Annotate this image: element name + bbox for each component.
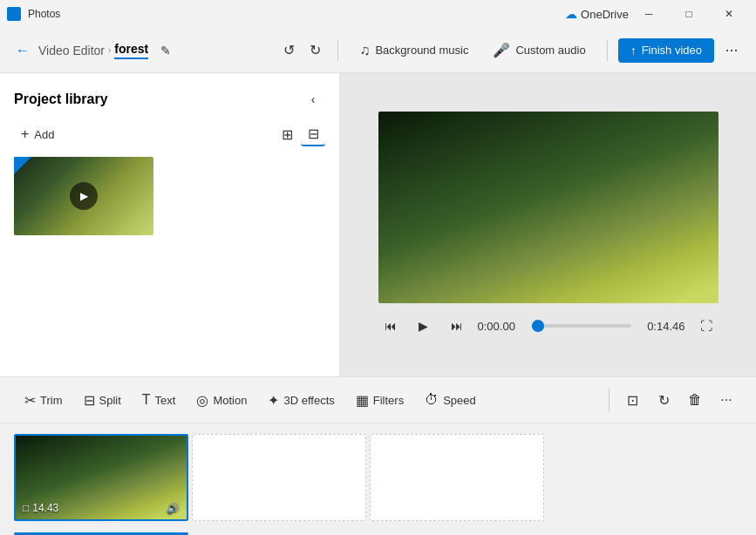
- video-controls: ⏮ ▶ ⏭ 0:00.00 0:14.46 ⛶: [378, 314, 719, 338]
- filters-icon: ▦: [356, 392, 369, 409]
- duration-value: 14.43: [32, 502, 58, 514]
- filters-tool[interactable]: ▦ Filters: [345, 387, 414, 414]
- back-button[interactable]: ←: [10, 38, 35, 63]
- clip-duration: □ 14.43: [23, 502, 58, 514]
- project-library-panel: Project library ‹ + Add ⊞ ⊟ ▶: [0, 73, 340, 376]
- panel-header: Project library ‹: [14, 87, 325, 112]
- video-preview: [378, 112, 719, 303]
- trim-tool[interactable]: ✂ Trim: [14, 387, 73, 414]
- toolbar-actions: ♫ Background music 🎤 Custom audio ↑ Fini…: [349, 37, 746, 64]
- add-icon: +: [21, 126, 29, 142]
- audio-icon: 🎤: [493, 42, 510, 58]
- split-label: Split: [99, 394, 121, 407]
- trim-label: Trim: [40, 394, 63, 407]
- custom-audio-button[interactable]: 🎤 Custom audio: [482, 37, 596, 64]
- export-icon: ↑: [630, 44, 637, 58]
- motion-tool[interactable]: ◎ Motion: [186, 387, 257, 414]
- effects-label: 3D effects: [283, 394, 334, 407]
- panel-title: Project library: [14, 91, 108, 107]
- finish-video-label: Finish video: [642, 44, 702, 57]
- edit-more-button[interactable]: ···: [711, 384, 742, 416]
- speed-icon: ⏱: [425, 392, 439, 408]
- progress-bar[interactable]: [532, 324, 631, 328]
- rename-button[interactable]: ✎: [155, 40, 176, 61]
- progress-thumb[interactable]: [532, 320, 544, 332]
- preview-panel: ⏮ ▶ ⏭ 0:00.00 0:14.46 ⛶: [340, 73, 756, 376]
- total-time: 0:14.46: [640, 320, 685, 333]
- trim-icon: ✂: [24, 392, 36, 409]
- speed-tool[interactable]: ⏱ Speed: [414, 387, 487, 413]
- edit-separator: [609, 388, 610, 412]
- onedrive-icon: ☁: [565, 7, 577, 21]
- close-button[interactable]: ✕: [709, 0, 749, 28]
- toolbar: ← Video Editor › forest ✎ ↺ ↻ ♫ Backgrou…: [0, 28, 756, 73]
- timeline-empty-slot-2: [370, 434, 544, 521]
- timeline: □ 14.43 🔊: [0, 423, 756, 535]
- onedrive-indicator: ☁ OneDrive: [565, 7, 629, 21]
- motion-label: Motion: [213, 394, 247, 407]
- timeline-empty-slot-1: [192, 434, 366, 521]
- clip-icon: □: [23, 502, 29, 514]
- grid-view-button[interactable]: ⊞: [275, 122, 299, 146]
- maximize-button[interactable]: □: [669, 0, 709, 28]
- collapse-panel-button[interactable]: ‹: [301, 87, 325, 112]
- view-toggle-group: ⊞ ⊟: [275, 122, 325, 146]
- minimize-button[interactable]: ─: [629, 0, 669, 28]
- breadcrumb-separator: ›: [108, 45, 111, 55]
- play-overlay[interactable]: ▶: [70, 182, 98, 210]
- edit-toolbar-right: ⊡ ↻ 🗑 ···: [602, 384, 742, 416]
- effects-tool[interactable]: ✦ 3D effects: [257, 387, 344, 414]
- step-forward-button[interactable]: ⏭: [445, 314, 469, 338]
- title-bar-left: Photos: [7, 7, 60, 21]
- current-time: 0:00.00: [478, 320, 523, 333]
- title-bar-controls: ☁ OneDrive ─ □ ✕: [565, 0, 749, 28]
- list-view-button[interactable]: ⊟: [301, 122, 325, 146]
- add-label: Add: [34, 128, 54, 141]
- step-back-button[interactable]: ⏮: [378, 314, 403, 338]
- clip-audio-icon: 🔊: [167, 502, 180, 514]
- edit-toolbar: ✂ Trim ⊟ Split T Text ◎ Motion ✦ 3D effe…: [0, 376, 756, 423]
- delete-button[interactable]: 🗑: [679, 384, 711, 416]
- add-media-button[interactable]: + Add: [14, 123, 61, 146]
- app-name: Photos: [28, 8, 60, 20]
- fullscreen-button[interactable]: ⛶: [694, 314, 719, 338]
- text-tool[interactable]: T Text: [132, 387, 187, 413]
- breadcrumb: Video Editor › forest: [38, 42, 148, 59]
- background-music-label: Background music: [375, 44, 468, 57]
- background-music-button[interactable]: ♫ Background music: [349, 37, 479, 64]
- speed-label: Speed: [443, 394, 476, 407]
- motion-icon: ◎: [196, 392, 208, 409]
- main-area: Project library ‹ + Add ⊞ ⊟ ▶: [0, 73, 756, 376]
- timeline-clip[interactable]: □ 14.43 🔊: [14, 434, 188, 521]
- rotate-button[interactable]: ↻: [648, 384, 679, 416]
- play-pause-button[interactable]: ▶: [412, 314, 436, 338]
- undo-redo-group: ↺ ↻: [276, 38, 327, 63]
- breadcrumb-parent[interactable]: Video Editor: [38, 44, 105, 58]
- finish-video-button[interactable]: ↑ Finish video: [618, 38, 714, 63]
- text-label: Text: [155, 394, 176, 407]
- video-frame: [378, 112, 719, 303]
- breadcrumb-current: forest: [114, 42, 148, 59]
- redo-button[interactable]: ↻: [303, 38, 327, 63]
- filters-label: Filters: [373, 394, 404, 407]
- toolbar-separator-2: [607, 40, 608, 61]
- play-icon: ▶: [80, 190, 88, 202]
- toolbar-separator-1: [337, 40, 338, 61]
- media-grid: ▶: [14, 157, 325, 235]
- custom-audio-label: Custom audio: [515, 44, 585, 57]
- app-icon: [7, 7, 21, 21]
- onedrive-label: OneDrive: [581, 8, 629, 21]
- music-icon: ♫: [359, 43, 370, 58]
- media-thumbnail[interactable]: ▶: [14, 157, 153, 235]
- panel-controls: + Add ⊞ ⊟: [14, 122, 325, 146]
- split-icon: ⊟: [84, 392, 95, 409]
- split-tool[interactable]: ⊟ Split: [73, 387, 132, 414]
- crop-button[interactable]: ⊡: [616, 384, 648, 416]
- selected-indicator: [14, 157, 31, 174]
- undo-button[interactable]: ↺: [276, 38, 301, 63]
- toolbar-more-button[interactable]: ···: [718, 37, 746, 64]
- text-icon: T: [142, 392, 151, 408]
- title-bar: Photos ☁ OneDrive ─ □ ✕: [0, 0, 756, 28]
- effects-icon: ✦: [268, 392, 279, 409]
